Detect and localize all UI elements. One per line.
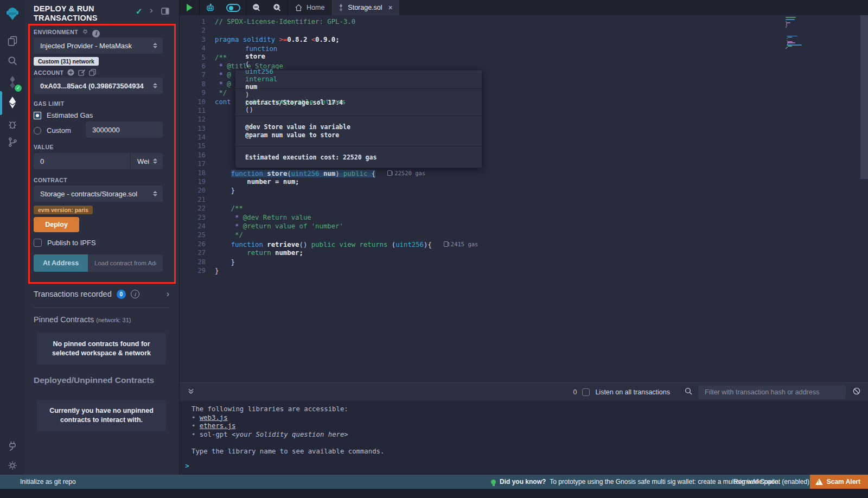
gas-hint: 22520 gas [387,169,425,177]
gas-hint: 2415 gas [444,240,478,248]
gas-limit-label: GAS LIMIT [34,100,65,107]
clear-console-icon[interactable] [852,387,861,398]
terminal-header: 0 Listen on all transactions [180,382,868,401]
solidity-compiler-icon[interactable]: ✓ [0,73,24,92]
zoom-in-icon[interactable] [267,0,288,15]
copy-address-icon[interactable] [89,69,96,77]
unpinned-contracts-title: Deployed/Unpinned Contracts [34,375,154,385]
panel-expand-icon[interactable]: › [150,5,153,16]
at-address-button[interactable]: At Address [34,254,88,272]
lightbulb-icon [491,480,496,484]
close-tab-icon[interactable]: × [388,3,393,12]
remix-logo-icon[interactable] [0,3,24,24]
publish-ipfs-row[interactable]: Publish to IPFS [34,238,96,247]
pinned-contracts-title: Pinned Contracts (network: 31) [34,315,131,324]
publish-ipfs-checkbox[interactable] [34,239,42,247]
listen-count: 0 [573,388,577,396]
tab-storage-sol[interactable]: Storage.sol × [331,0,399,15]
compiler-success-badge: ✓ [15,85,22,92]
tooltip-doc: @dev Store value in variable@param num v… [235,116,482,146]
network-badge: Custom (31) network [34,57,99,66]
scam-alert-button[interactable]: Scam Alert [810,475,868,489]
terminal-prompt[interactable]: > [185,462,189,470]
chevron-updown-icon [153,158,157,164]
contract-select[interactable]: Storage - contracts/Storage.sol [34,186,163,202]
listen-all-label: Listen on all transactions [595,388,670,396]
value-input[interactable] [34,153,130,169]
environment-info-icon[interactable]: i [92,30,100,37]
remix-ide-window: ✓ DEPLOY & RUN TRANSACTIONS ✓ › ENVIRONM… [0,0,868,498]
panel-check-icon: ✓ [136,7,143,16]
plug-icon[interactable] [82,29,88,36]
edit-account-icon[interactable] [78,69,85,77]
divider [34,308,169,308]
warning-icon [815,478,823,485]
run-script-button[interactable] [180,0,199,15]
add-account-icon[interactable] [67,69,74,77]
environment-label: ENVIRONMENTi [34,29,100,37]
copilot-status[interactable]: RemixAI Copilot (enabled) [733,478,809,486]
transactions-count-badge: 0 [117,290,126,299]
chevron-right-icon[interactable]: › [167,289,169,299]
deploy-run-icon[interactable] [0,93,24,112]
settings-gear-icon[interactable] [0,456,24,475]
unpinned-empty-message: Currently you have no unpinned contracts… [37,400,166,431]
hover-tooltip: function store (uint256 internal num) pu… [235,69,482,168]
solidity-file-icon [338,4,344,11]
transactions-recorded-row[interactable]: Transactions recorded 0 i › [34,289,169,299]
tooltip-gas-estimate: Estimated execution cost: 22520 gas [235,146,482,168]
chevron-updown-icon [153,83,157,88]
account-select[interactable]: 0xA03...85ac4 (0.398673504934 [34,78,163,94]
plugin-manager-icon[interactable] [0,437,24,455]
custom-gas-radio[interactable]: Custom [34,125,71,135]
terminal: 0 Listen on all transactions The followi… [180,382,868,475]
file-explorer-icon[interactable] [0,31,24,50]
debugger-icon[interactable] [0,115,24,133]
chevron-updown-icon [153,43,157,48]
home-icon [295,4,303,12]
editor-region: Home Storage.sol × 1// SPDX-License-Iden… [179,0,868,475]
pinned-empty-message: No pinned contracts found for selected w… [37,333,166,365]
estimated-gas-radio[interactable]: Estimated Gas [34,110,93,120]
listen-all-checkbox[interactable] [582,388,590,396]
at-address-input[interactable] [88,254,163,272]
chevron-updown-icon [153,191,157,196]
git-init-status[interactable]: Initialize as git repo [20,478,76,486]
custom-gas-input[interactable] [86,122,163,138]
git-icon[interactable] [0,133,24,151]
terminal-search-icon[interactable] [684,387,693,398]
deploy-button[interactable]: Deploy [34,217,79,232]
panel-title: DEPLOY & RUN TRANSACTIONS [34,4,120,23]
value-label: VALUE [34,144,54,150]
value-unit-select[interactable]: Wei [130,153,163,169]
account-label: ACCOUNT [34,69,96,77]
editor-scrollbar[interactable] [860,15,868,382]
panel-layout-icon[interactable] [161,7,169,17]
environment-select[interactable]: Injected Provider - MetaMask [34,37,163,54]
search-icon[interactable] [0,52,24,70]
terminal-lines[interactable]: The following libraries are accessible:•… [192,405,384,456]
code-editor[interactable]: 1// SPDX-License-Identifier: GPL-3.023pr… [180,15,868,382]
evm-version-badge: evm version: paris [34,206,93,214]
minimap[interactable] [786,17,851,49]
scrollbar-thumb[interactable] [860,15,868,179]
bottom-strip [0,489,868,498]
contract-label: CONTRACT [34,177,67,183]
editor-topbar: Home Storage.sol × [180,0,868,15]
status-bar: Initialize as git repo Did you know? To … [0,475,868,489]
remixai-robot-icon[interactable] [200,0,221,15]
tab-home[interactable]: Home [288,0,331,15]
activity-bar: ✓ [0,0,24,475]
transaction-filter-input[interactable] [698,385,846,399]
collapse-terminal-icon[interactable] [187,387,195,397]
zoom-out-icon[interactable] [246,0,267,15]
tooltip-signature: function store (uint256 internal num) pu… [235,70,482,88]
copilot-toggle[interactable] [221,0,246,15]
deploy-run-panel: DEPLOY & RUN TRANSACTIONS ✓ › ENVIRONMEN… [24,0,179,475]
transactions-info-icon[interactable]: i [131,290,139,298]
